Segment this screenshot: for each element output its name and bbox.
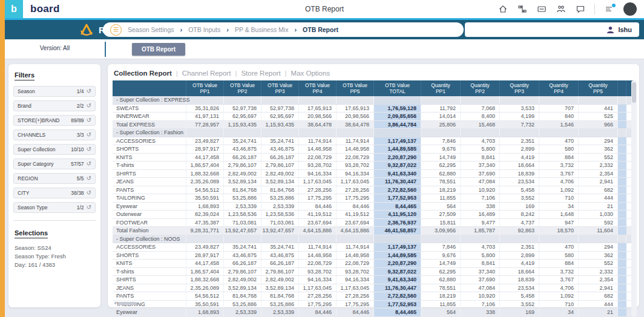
filter-item[interactable]: Brand2/2↺ [13,100,96,111]
tab-max-options[interactable]: Max Options [291,70,330,77]
vertical-scrollbar[interactable] [631,80,637,317]
column-header[interactable]: QuantityPP4 [539,80,579,96]
table-row[interactable]: - Super Collection : NOOS [113,235,634,244]
home-icon[interactable] [498,4,508,15]
cell-value: 3,533 [500,105,539,113]
column-header[interactable]: QuantityPP2 [461,80,500,96]
scroll-left-icon[interactable] [114,301,116,305]
cell-value: 2,20,87,290 [374,154,421,162]
table-row[interactable]: ACCESSORIES23,49,82735,24,74135,24,74111… [113,243,634,252]
cell-value: 22,08,729 [337,260,374,267]
table-row[interactable]: INNERWEAR41,97,13162,95,69762,95,69720,9… [113,113,634,121]
table-row[interactable]: JEANS2,35,26,0893,52,89,1343,52,89,1341,… [113,178,634,186]
filter-label: Season Type [18,204,77,211]
table-row[interactable]: PANTS54,56,51281,84,76881,84,76827,28,25… [113,186,634,195]
cell-value: 14,749 [421,154,461,162]
filter-refresh-icon[interactable]: ↺ [87,103,91,109]
tab-store-report[interactable]: Store Report [241,70,280,77]
horizontal-scrollbar-thumb[interactable] [118,302,136,305]
table-row[interactable]: TAILORING35,50,59153,25,88653,25,88617,7… [113,194,634,203]
table-row[interactable]: - Super Collection : EXPRESS [113,96,634,105]
cell-value: 10,920 [461,292,500,300]
cell-value: 22,08,729 [337,154,374,162]
avatar[interactable] [623,2,637,16]
filter-item[interactable]: REGION5/5↺ [13,173,96,184]
cell-value: 27,28,256 [299,186,337,194]
table-row[interactable]: SWEATS35,31,82652,97,73852,97,73817,65,9… [113,105,634,113]
filter-count: 10/10 [71,146,84,152]
filter-refresh-icon[interactable]: ↺ [87,88,91,94]
column-header[interactable]: OTB ValueTOTAL [374,80,421,96]
tab-collection-report[interactable]: Collection Report [114,70,172,77]
table-row[interactable]: KNITS44,17,45866,26,18766,26,18722,08,72… [113,260,634,268]
filter-item[interactable]: Super Collection10/10↺ [13,144,96,155]
column-header[interactable]: OTB ValuePP5 [337,80,374,96]
filter-item[interactable]: Season1/4↺ [13,86,96,97]
breadcrumb-item[interactable]: OTB Inputs [188,26,220,33]
tab-channel-report[interactable]: Channel Report [182,70,231,77]
filter-item[interactable]: STORE(+)BRAND89/89↺ [13,115,96,126]
table-row[interactable]: Eyewear1,68,8932,53,3392,53,33984,44684,… [113,309,634,317]
menu-icon[interactable]: ☰ [110,24,122,36]
table-row[interactable]: TAILORING35,50,59153,25,88653,25,88617,7… [113,301,634,309]
user-pill[interactable]: Ishu [465,22,639,37]
table-row[interactable]: JEANS2,35,26,0893,52,89,1343,52,89,1341,… [113,284,634,293]
cell-value: 1,68,893 [186,309,224,316]
cell-value: 884 [539,154,579,162]
board-logo-mark[interactable]: b [5,0,23,18]
filter-refresh-icon[interactable]: ↺ [87,146,91,152]
otb-report-button[interactable]: OTB Report [132,43,185,56]
breadcrumb-item[interactable]: Season Settings [128,26,174,33]
table-row[interactable]: T-shirts1,86,57,4042,79,86,1072,79,86,10… [113,268,634,276]
table-row[interactable]: - Super Collection : Fashion [113,129,634,137]
filter-refresh-icon[interactable]: ↺ [87,190,91,196]
filter-refresh-icon[interactable]: ↺ [87,204,91,211]
table-row[interactable]: FOOTWEAR47,35,38771,03,08171,03,08123,67… [113,219,634,227]
table-row[interactable]: Eyewear1,68,8932,53,3392,53,33984,44684,… [113,203,634,211]
filter-refresh-icon[interactable]: ↺ [87,117,91,123]
column-header[interactable]: QuantityPP3 [500,80,539,96]
filter-refresh-icon[interactable]: ↺ [87,161,91,167]
table-row[interactable]: PANTS54,56,51281,84,76881,84,76827,28,25… [113,292,634,301]
filter-item[interactable]: Season Type1/2↺ [13,202,96,213]
table-row[interactable]: T-shirts1,86,57,4042,79,86,1072,79,86,10… [113,162,634,170]
filter-item[interactable]: CHANNELS3/3↺ [13,129,96,140]
column-header-line2: PP1 [200,88,209,94]
table-row[interactable]: SHIRTS1,88,32,6682,82,49,0022,82,49,0029… [113,276,634,284]
vertical-scrollbar-thumb[interactable] [632,82,636,103]
filter-refresh-icon[interactable]: ↺ [87,132,91,138]
breadcrumb-item[interactable]: PP & Business Mix [235,26,289,33]
column-header[interactable]: OTB ValuePP1 [186,80,224,96]
card-icon[interactable] [536,4,547,15]
filter-item[interactable]: CITY38/38↺ [13,188,96,198]
column-header-line1: OTB Value [268,82,292,88]
table-row[interactable]: SHIRTS1,88,32,6682,82,49,0022,82,49,0029… [113,170,634,178]
hierarchy-icon[interactable] [517,4,527,15]
table-row[interactable]: ACCESSORIES23,49,82735,24,74135,24,74111… [113,137,634,146]
cell-value: 47,35,387 [186,219,224,227]
column-header[interactable]: OTB ValuePP3 [261,80,299,96]
users-icon[interactable] [556,4,566,15]
cell-empty [299,96,337,104]
cell-value: 3,52,89,134 [261,284,299,292]
cell-value: 94,16,334 [337,170,374,178]
breadcrumb-item[interactable]: OTB Report [303,26,338,33]
filter-item[interactable]: Super Category57/57↺ [13,158,96,169]
column-header-line1: OTB Value [230,82,255,88]
cell-value: 592 [579,219,618,227]
chat-icon[interactable] [575,4,585,15]
table-row[interactable]: Total Fashion9,28,31,77113,92,47,65713,9… [113,227,634,235]
sliders-icon[interactable] [604,4,614,15]
table-row[interactable]: SHORTS28,97,91743,46,87543,46,87514,48,9… [113,252,634,260]
table-row[interactable]: Outerwear82,39,0241,23,58,5361,23,58,536… [113,211,634,219]
cell-value: 1,23,58,536 [261,211,299,218]
horizontal-scrollbar[interactable] [114,301,148,305]
table-row[interactable]: SHORTS28,97,91743,46,87543,46,87514,48,9… [113,145,634,154]
table-row[interactable]: KNITS44,17,45866,26,18766,26,18722,08,72… [113,154,634,162]
column-header[interactable]: OTB ValuePP4 [299,80,337,96]
table-row[interactable]: Total EXPRESS77,28,9571,15,93,4351,15,93… [113,121,634,129]
column-header[interactable]: OTB ValuePP2 [224,80,261,96]
column-header[interactable]: QuantityPP1 [421,80,461,96]
filter-refresh-icon[interactable]: ↺ [87,175,91,181]
column-header[interactable]: QuantityPP5 [579,80,618,96]
